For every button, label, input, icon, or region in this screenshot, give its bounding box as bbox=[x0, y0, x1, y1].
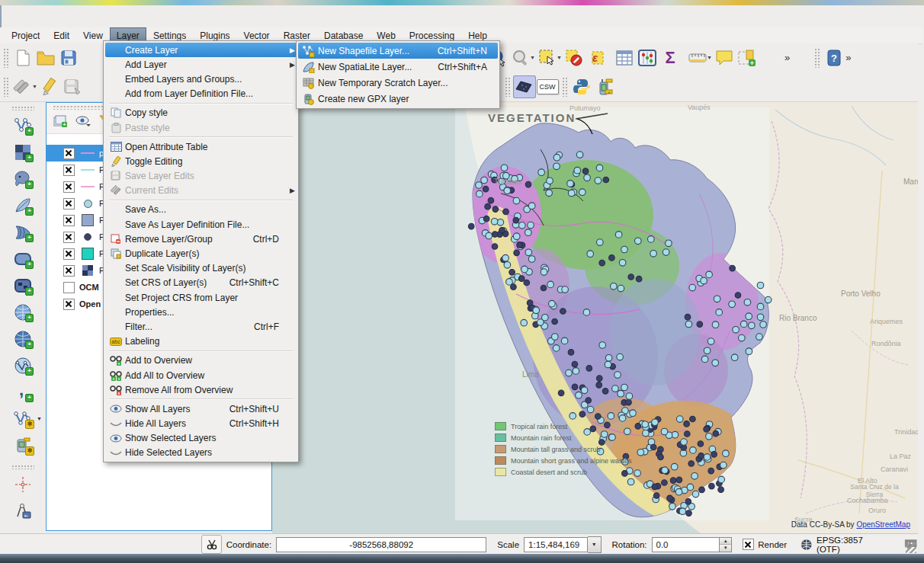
toggle-editing-button[interactable] bbox=[38, 75, 61, 98]
toolbar-handle[interactable] bbox=[505, 77, 510, 97]
scale-combo[interactable]: 1:15,484,169 bbox=[524, 537, 588, 552]
menu-item-add-to-overview[interactable]: +Add to Overview bbox=[105, 353, 297, 368]
add-spatialite-layer-button[interactable]: + bbox=[10, 194, 36, 217]
menu-item-paste-style[interactable]: Paste style bbox=[105, 120, 297, 135]
manage-visibility-button[interactable] bbox=[74, 112, 92, 130]
menu-item-set-crs[interactable]: Set CRS of Layer(s)Ctrl+Shift+C bbox=[105, 276, 297, 290]
menu-item-remove-all-from-overview[interactable]: xRemove All from Overview bbox=[105, 382, 297, 397]
menu-item-set-scale-visibility[interactable]: Set Scale Visibility of Layer(s) bbox=[105, 261, 297, 276]
menu-item-open-attribute-table[interactable]: Open Attribute Table bbox=[105, 139, 297, 154]
show-statistical-summary-button[interactable]: Σ bbox=[659, 46, 682, 69]
add-wms-layer-button[interactable]: + bbox=[10, 300, 36, 324]
toolbar-handle[interactable] bbox=[11, 465, 34, 469]
add-postgis-layer-button[interactable]: + bbox=[10, 167, 36, 190]
save-project-button[interactable] bbox=[57, 46, 80, 69]
menu-item-labeling[interactable]: abcLabeling bbox=[105, 334, 297, 349]
metasearch-csw-button[interactable]: CSW bbox=[536, 75, 559, 98]
menu-item-new-shapefile-layer[interactable]: New Shapefile Layer...Ctrl+Shift+N bbox=[298, 43, 498, 59]
menu-item-save-as-definition[interactable]: Save As Layer Definition File... bbox=[105, 217, 297, 232]
scale-dropdown-button[interactable]: ▼ bbox=[588, 536, 602, 553]
layer-checkbox[interactable] bbox=[63, 165, 75, 176]
current-edits-button[interactable] bbox=[11, 75, 34, 98]
add-group-button[interactable]: + bbox=[51, 112, 69, 130]
map-canvas[interactable]: VEGETATION Tropical rain forest Mountain… bbox=[272, 102, 918, 533]
toolbar-handle[interactable] bbox=[814, 48, 820, 68]
menu-item-save-layer-edits[interactable]: Save Layer Edits bbox=[105, 169, 297, 184]
rotation-spinner[interactable]: ▲▼ bbox=[720, 537, 732, 552]
add-delimited-text-layer-button[interactable]: , + bbox=[10, 380, 36, 404]
mouse-position-toggle-button[interactable] bbox=[201, 535, 221, 554]
layer-checkbox[interactable] bbox=[63, 232, 75, 243]
menu-item-add-layer[interactable]: Add Layer▶ bbox=[105, 57, 297, 72]
layer-checkbox[interactable] bbox=[63, 198, 75, 210]
openstreetmap-link[interactable]: OpenStreetMap bbox=[856, 520, 910, 529]
new-bookmark-button[interactable]: + bbox=[736, 46, 759, 69]
caret-down-icon[interactable]: ▼ bbox=[37, 416, 42, 421]
add-raster-layer-button[interactable]: + bbox=[10, 140, 36, 164]
menu-item-embed-layers[interactable]: Embed Layers and Groups... bbox=[105, 72, 297, 86]
measure-button[interactable] bbox=[686, 46, 709, 69]
menu-item-toggle-editing[interactable]: Toggle Editing bbox=[105, 154, 297, 168]
layer-checkbox[interactable] bbox=[63, 265, 75, 277]
menu-item-create-new-gpx-layer[interactable]: Create new GPX layer bbox=[298, 91, 498, 107]
deselect-features-button[interactable] bbox=[563, 46, 586, 69]
resize-grip[interactable] bbox=[906, 542, 916, 553]
add-wcs-layer-button[interactable]: + bbox=[10, 327, 36, 350]
render-checkbox[interactable] bbox=[743, 539, 754, 550]
add-mssql-layer-button[interactable]: + bbox=[10, 220, 36, 244]
menu-item-new-temporary-scratch-layer[interactable]: New Temporary Scratch Layer... bbox=[298, 75, 498, 91]
layer-checkbox[interactable] bbox=[63, 282, 75, 293]
toolbar-handle[interactable] bbox=[3, 48, 8, 68]
menu-item-create-layer[interactable]: Create Layer▶ bbox=[105, 43, 297, 57]
layer-checkbox[interactable] bbox=[63, 299, 75, 310]
toolbar-overflow-chevron-2[interactable]: » bbox=[845, 52, 851, 63]
save-layer-edits-button[interactable] bbox=[61, 75, 84, 98]
rotation-input[interactable]: 0.0 bbox=[652, 537, 720, 552]
menu-item-show-all-layers[interactable]: Show All LayersCtrl+Shift+U bbox=[105, 401, 297, 416]
menu-item-properties[interactable]: Properties... bbox=[105, 305, 297, 319]
open-project-button[interactable] bbox=[34, 46, 57, 69]
coordinate-capture-button[interactable] bbox=[10, 472, 36, 496]
menu-item-show-selected-layers[interactable]: Show Selected Layers bbox=[105, 431, 297, 446]
new-shapefile-layer-button[interactable]: ✱ ▼ bbox=[10, 407, 36, 430]
gps-tools-button[interactable]: « bbox=[593, 75, 616, 98]
toolbar-handle[interactable] bbox=[3, 77, 8, 97]
help-button[interactable]: ? bbox=[823, 46, 845, 69]
layer-checkbox[interactable] bbox=[63, 148, 75, 159]
toolbar-handle[interactable] bbox=[11, 106, 34, 110]
new-project-button[interactable] bbox=[11, 46, 34, 69]
menu-item-add-from-definition[interactable]: Add from Layer Definition File... bbox=[105, 87, 297, 101]
open-attribute-table-button[interactable] bbox=[613, 46, 636, 69]
toolbar-handle[interactable] bbox=[562, 77, 567, 97]
menu-edit[interactable]: Edit bbox=[47, 27, 76, 43]
add-wfs-layer-button[interactable]: + bbox=[10, 353, 36, 377]
spin-up-icon[interactable]: ▲ bbox=[720, 538, 731, 545]
spin-down-icon[interactable]: ▼ bbox=[720, 545, 731, 552]
layer-checkbox[interactable] bbox=[63, 215, 75, 226]
menu-item-remove-layer[interactable]: Remove Layer/GroupCtrl+D bbox=[105, 232, 297, 246]
menu-item-add-all-to-overview[interactable]: ++Add All to Overview bbox=[105, 368, 297, 382]
create-gpx-layer-button[interactable]: ✱ bbox=[10, 433, 36, 457]
select-features-button[interactable] bbox=[536, 46, 559, 69]
select-by-expression-button[interactable]: ε bbox=[586, 46, 608, 69]
menu-item-copy-style[interactable]: Copy style bbox=[105, 106, 297, 120]
measure-plugin-button[interactable]: ⇤ bbox=[10, 499, 36, 523]
map-tips-button[interactable] bbox=[713, 46, 736, 69]
menu-item-save-as[interactable]: Save As... bbox=[105, 203, 297, 217]
add-oracle-layer-button[interactable]: + bbox=[10, 247, 36, 270]
layer-checkbox[interactable] bbox=[63, 248, 75, 260]
menu-item-new-spatialite-layer[interactable]: New SpatiaLite Layer...Ctrl+Shift+A bbox=[298, 59, 498, 75]
menu-item-hide-selected-layers[interactable]: Hide Selected Layers bbox=[105, 446, 297, 460]
menu-item-filter[interactable]: Filter...Ctrl+F bbox=[105, 319, 297, 334]
python-console-button[interactable] bbox=[570, 75, 593, 98]
menu-item-set-project-crs[interactable]: Set Project CRS from Layer bbox=[105, 290, 297, 305]
add-db2-layer-button[interactable]: + bbox=[10, 274, 36, 297]
add-vector-layer-button[interactable]: + bbox=[10, 114, 36, 137]
zoom-to-selection-button[interactable] bbox=[509, 46, 532, 69]
toolbar-overflow-chevron[interactable]: » bbox=[784, 52, 790, 63]
menu-item-hide-all-layers[interactable]: Hide All LayersCtrl+Shift+H bbox=[105, 417, 297, 431]
menu-project[interactable]: Project bbox=[5, 27, 47, 43]
crs-status[interactable]: EPSG:3857 (OTF) bbox=[817, 536, 887, 554]
plugin-tile-button[interactable] bbox=[513, 75, 536, 98]
layer-checkbox[interactable] bbox=[63, 181, 75, 193]
